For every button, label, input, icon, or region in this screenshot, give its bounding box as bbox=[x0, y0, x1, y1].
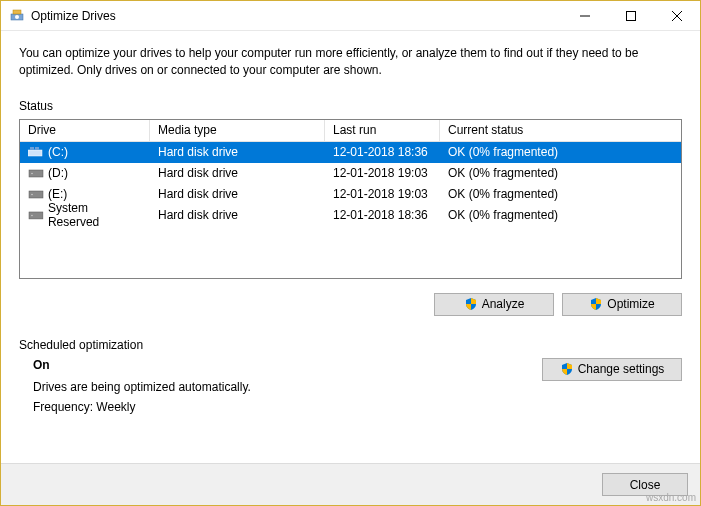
svg-rect-9 bbox=[35, 147, 39, 150]
column-header-media-type[interactable]: Media type bbox=[150, 120, 325, 141]
window-title: Optimize Drives bbox=[31, 9, 562, 23]
shield-icon bbox=[464, 297, 478, 311]
titlebar: Optimize Drives bbox=[1, 1, 700, 31]
scheduled-frequency: Frequency: Weekly bbox=[33, 400, 251, 414]
analyze-label: Analyze bbox=[482, 297, 525, 311]
action-buttons: Analyze Optimize bbox=[19, 293, 682, 316]
svg-rect-1 bbox=[13, 10, 21, 14]
last-run-cell: 12-01-2018 18:36 bbox=[325, 206, 440, 224]
table-row[interactable]: System ReservedHard disk drive12-01-2018… bbox=[20, 205, 681, 226]
media-type-cell: Hard disk drive bbox=[150, 206, 325, 224]
drive-name: System Reserved bbox=[48, 201, 142, 229]
svg-rect-10 bbox=[29, 170, 43, 177]
scheduled-state: On bbox=[33, 358, 251, 372]
minimize-button[interactable] bbox=[562, 1, 608, 31]
description-text: You can optimize your drives to help you… bbox=[19, 45, 682, 79]
media-type-cell: Hard disk drive bbox=[150, 185, 325, 203]
table-row[interactable]: (C:)Hard disk drive12-01-2018 18:36OK (0… bbox=[20, 142, 681, 163]
app-icon bbox=[9, 8, 25, 24]
svg-point-2 bbox=[15, 15, 19, 19]
current-status-cell: OK (0% fragmented) bbox=[440, 164, 681, 182]
column-header-drive[interactable]: Drive bbox=[20, 120, 150, 141]
svg-point-13 bbox=[31, 194, 33, 196]
svg-rect-4 bbox=[627, 11, 636, 20]
drive-icon bbox=[28, 167, 44, 179]
last-run-cell: 12-01-2018 19:03 bbox=[325, 164, 440, 182]
drive-name: (D:) bbox=[48, 166, 68, 180]
svg-rect-14 bbox=[29, 212, 43, 219]
close-button[interactable] bbox=[654, 1, 700, 31]
analyze-button[interactable]: Analyze bbox=[434, 293, 554, 316]
table-row[interactable]: (D:)Hard disk drive12-01-2018 19:03OK (0… bbox=[20, 163, 681, 184]
drive-icon bbox=[28, 209, 44, 221]
optimize-label: Optimize bbox=[607, 297, 654, 311]
drives-list: Drive Media type Last run Current status… bbox=[19, 119, 682, 279]
svg-rect-12 bbox=[29, 191, 43, 198]
bottom-bar: Close bbox=[1, 463, 700, 505]
status-label: Status bbox=[19, 99, 682, 113]
maximize-button[interactable] bbox=[608, 1, 654, 31]
last-run-cell: 12-01-2018 18:36 bbox=[325, 143, 440, 161]
watermark: wsxdn.com bbox=[646, 492, 696, 503]
media-type-cell: Hard disk drive bbox=[150, 143, 325, 161]
svg-rect-8 bbox=[30, 147, 34, 150]
current-status-cell: OK (0% fragmented) bbox=[440, 143, 681, 161]
svg-point-15 bbox=[31, 215, 33, 217]
scheduled-info: On Drives are being optimized automatica… bbox=[19, 358, 251, 420]
window-controls bbox=[562, 1, 700, 31]
media-type-cell: Hard disk drive bbox=[150, 164, 325, 182]
list-header: Drive Media type Last run Current status bbox=[20, 120, 681, 142]
change-settings-button[interactable]: Change settings bbox=[542, 358, 682, 381]
drive-name: (C:) bbox=[48, 145, 68, 159]
content-area: You can optimize your drives to help you… bbox=[1, 31, 700, 434]
drive-icon bbox=[28, 146, 44, 158]
current-status-cell: OK (0% fragmented) bbox=[440, 206, 681, 224]
optimize-button[interactable]: Optimize bbox=[562, 293, 682, 316]
column-header-current-status[interactable]: Current status bbox=[440, 120, 681, 141]
close-label: Close bbox=[630, 478, 661, 492]
last-run-cell: 12-01-2018 19:03 bbox=[325, 185, 440, 203]
column-header-last-run[interactable]: Last run bbox=[325, 120, 440, 141]
svg-rect-7 bbox=[28, 150, 42, 156]
change-settings-label: Change settings bbox=[578, 362, 665, 376]
current-status-cell: OK (0% fragmented) bbox=[440, 185, 681, 203]
scheduled-description: Drives are being optimized automatically… bbox=[33, 380, 251, 394]
scheduled-label: Scheduled optimization bbox=[19, 338, 682, 352]
svg-point-11 bbox=[31, 173, 33, 175]
shield-icon bbox=[589, 297, 603, 311]
scheduled-section: On Drives are being optimized automatica… bbox=[19, 358, 682, 420]
shield-icon bbox=[560, 362, 574, 376]
